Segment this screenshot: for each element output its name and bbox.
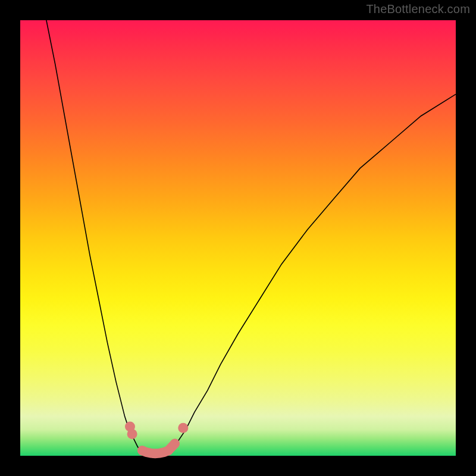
- plot-area: [20, 20, 456, 456]
- line-right-branch: [168, 94, 456, 451]
- curve-svg: [20, 20, 456, 456]
- marker-dot: [170, 439, 180, 449]
- marker-dot: [127, 429, 137, 439]
- marker-necklace: [142, 444, 175, 454]
- chart-frame: TheBottleneck.com: [0, 0, 476, 476]
- marker-dot: [137, 446, 147, 455]
- watermark-text: TheBottleneck.com: [366, 2, 470, 16]
- marker-dot: [178, 423, 188, 433]
- marker-group: [125, 422, 188, 456]
- line-left-branch: [46, 20, 142, 452]
